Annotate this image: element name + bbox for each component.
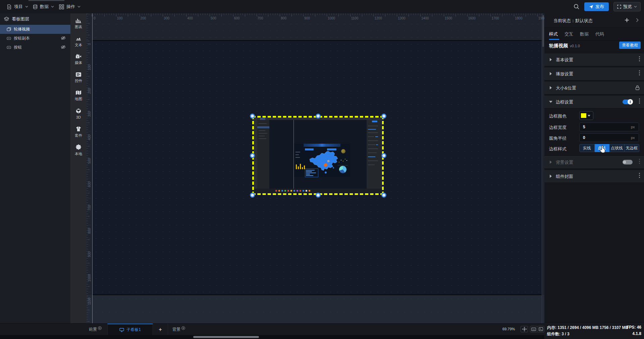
menu-project[interactable]: 项目	[3, 0, 32, 13]
plus-circle-icon[interactable]	[181, 326, 185, 330]
caret-right-icon	[550, 175, 552, 178]
view-tutorial-button[interactable]: 查看教程	[619, 42, 641, 49]
tool-kits[interactable]: 套件	[70, 122, 87, 140]
puzzle-icon	[75, 144, 82, 150]
caret-down-icon	[549, 101, 552, 103]
tool-controls[interactable]: 控件	[70, 68, 87, 86]
tool-media[interactable]: 媒体	[70, 50, 87, 68]
canvas-right-guide	[542, 13, 542, 323]
h-ruler-label: 1300	[398, 16, 405, 20]
border-toggle-on[interactable]	[623, 99, 633, 104]
resize-handle-s[interactable]	[316, 193, 321, 198]
h-ruler-label: 900	[304, 16, 310, 20]
h-ruler-label: 1400	[421, 16, 429, 20]
grid-icon	[59, 4, 64, 9]
thumbnail-taskbar-icon	[278, 190, 280, 192]
tab-interaction[interactable]: 交互	[565, 31, 573, 37]
resize-handle-n[interactable]	[316, 114, 321, 119]
thumbnail-taskbar-icon	[284, 190, 286, 192]
section-background-settings[interactable]: 背景设置	[544, 155, 644, 169]
menu-data[interactable]: 数据	[30, 0, 57, 13]
tool-local[interactable]: 本地	[70, 140, 87, 158]
inspector-tabs: 样式 交互 数据 代码	[544, 27, 644, 41]
shortcut-keys-button[interactable]	[530, 326, 537, 332]
resize-handle-w[interactable]	[250, 153, 255, 158]
fit-screen-button[interactable]	[521, 326, 528, 332]
preview-button[interactable]: 预览	[613, 2, 641, 11]
border-style-none[interactable]: 无边框	[625, 144, 640, 152]
video-camera-icon	[75, 54, 82, 59]
layer-item-carousel-video[interactable]: 轮播视频	[0, 25, 70, 34]
subboard-tab[interactable]: 子看板1	[107, 324, 153, 335]
console-button[interactable]	[537, 326, 544, 332]
thumbnail-taskbar-icon	[290, 190, 292, 192]
eye-off-icon[interactable]	[61, 36, 66, 40]
section-size-position[interactable]: 大小&位置	[544, 81, 644, 94]
zoom-level[interactable]: 69.79%	[502, 327, 515, 331]
chevron-down-icon	[634, 6, 637, 8]
tab-data[interactable]: 数据	[580, 31, 589, 37]
section-play-settings[interactable]: 播放设置	[544, 67, 644, 80]
background-button[interactable]: 背景	[172, 324, 185, 335]
current-state-row: 当前状态：默认状态	[544, 13, 644, 28]
border-style-row: 边框样式 实线 虚线 点状线 无边框	[544, 144, 644, 153]
border-style-solid[interactable]: 实线	[579, 144, 595, 152]
resize-handle-sw[interactable]	[250, 193, 255, 198]
document-icon	[7, 4, 12, 9]
v-ruler-label: 700	[88, 203, 91, 213]
paper-plane-icon	[589, 5, 593, 9]
h-ruler-label: 800	[281, 16, 286, 20]
tool-charts[interactable]: 图表	[70, 13, 87, 31]
layer-item-button[interactable]: 按钮	[0, 43, 70, 52]
section-border-settings[interactable]: 边框设置	[544, 95, 644, 109]
menu-actions[interactable]: 操作	[56, 0, 84, 13]
canvas-top-edge	[93, 40, 542, 41]
v-ruler-label: 400	[88, 133, 91, 143]
keyboard-icon	[531, 328, 536, 331]
publish-button[interactable]: 发布	[584, 2, 609, 11]
h-ruler-label: 1600	[468, 16, 476, 20]
tab-style[interactable]: 样式	[549, 31, 558, 37]
border-style-dotted[interactable]: 点状线	[609, 144, 625, 152]
resize-handle-nw[interactable]	[250, 114, 255, 119]
border-color-picker[interactable]	[579, 111, 593, 120]
caret-right-icon	[550, 86, 552, 89]
plus-circle-icon[interactable]	[98, 326, 102, 330]
add-state-icon[interactable]	[625, 18, 629, 22]
tool-3d[interactable]: 3D	[70, 104, 87, 122]
v-ruler-label: 100	[88, 62, 91, 72]
kebab-menu-icon[interactable]	[639, 70, 640, 75]
border-width-input[interactable]	[579, 123, 639, 131]
kebab-menu-icon[interactable]	[639, 56, 640, 61]
tool-label: 文本	[75, 43, 82, 48]
tool-text[interactable]: 文本	[70, 31, 87, 50]
resize-handle-ne[interactable]	[381, 114, 386, 119]
kebab-menu-icon[interactable]	[639, 98, 640, 104]
tool-map[interactable]: 地图	[70, 86, 87, 104]
selected-component-carousel-video[interactable]	[252, 116, 384, 195]
resize-handle-e[interactable]	[381, 153, 386, 158]
kebab-menu-icon[interactable]	[639, 173, 640, 178]
thumbnail-taskbar-icon	[293, 190, 295, 192]
horizontal-scrollbar-track[interactable]	[0, 335, 544, 339]
section-basic-settings[interactable]: 基本设置	[544, 53, 644, 66]
horizontal-scrollbar-thumb[interactable]	[193, 336, 259, 338]
search-icon[interactable]	[574, 4, 580, 10]
chevron-right-icon[interactable]	[636, 18, 639, 22]
section-component-cover[interactable]: 组件封面	[544, 170, 644, 183]
tool-label: 控件	[75, 78, 82, 83]
layer-item-button-copy[interactable]: 按钮副本	[0, 34, 70, 43]
eye-off-icon[interactable]	[61, 45, 66, 49]
canvas-viewport[interactable]: 0100200300400500600700800900100011001200…	[87, 13, 545, 323]
v-ruler-label: 1000	[88, 273, 91, 283]
resize-handle-se[interactable]	[381, 193, 386, 198]
add-subboard-button[interactable]: +	[153, 324, 168, 335]
tab-code[interactable]: 代码	[595, 31, 604, 37]
border-radius-input[interactable]	[579, 133, 639, 142]
kebab-menu-icon[interactable]	[639, 159, 640, 164]
hand-cursor	[599, 145, 607, 154]
background-toggle-off[interactable]	[623, 160, 633, 164]
foreground-button[interactable]: 前景	[89, 324, 102, 335]
thumbnail-dashboard	[294, 144, 350, 177]
layer-label: 按钮	[14, 45, 22, 50]
